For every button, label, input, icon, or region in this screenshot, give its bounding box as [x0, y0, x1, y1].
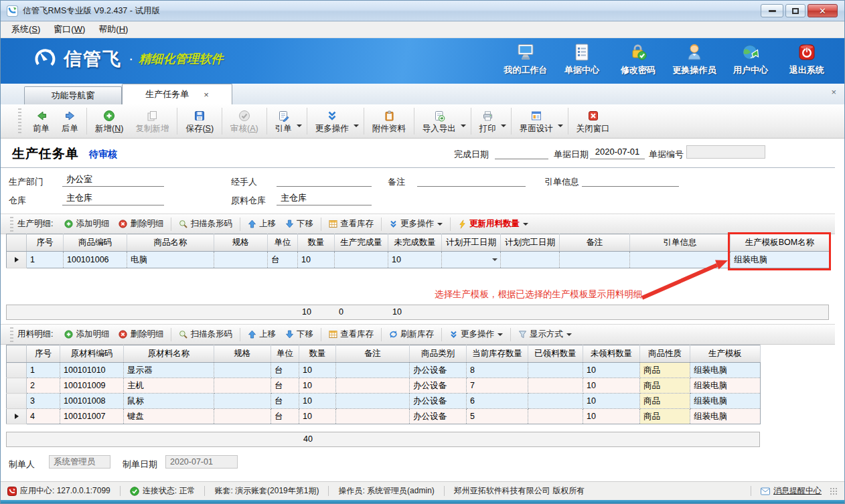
table-cell[interactable]	[528, 394, 583, 409]
remark-field[interactable]	[417, 173, 526, 187]
maximize-button[interactable]	[785, 4, 805, 17]
table-cell[interactable]: 100101009	[60, 378, 124, 394]
material-warehouse-field[interactable]: 主仓库	[277, 192, 372, 205]
table-cell[interactable]	[501, 252, 560, 268]
table-cell[interactable]	[528, 378, 583, 394]
table-cell[interactable]	[335, 252, 388, 268]
table-cell[interactable]: 台	[271, 409, 299, 424]
document-center-button[interactable]: 单据中心	[554, 42, 610, 76]
table-row[interactable]: 2100101009主机台10办公设备710商品组装电脑	[7, 378, 761, 394]
table-cell[interactable]: 7	[467, 378, 528, 394]
pull-doc-button[interactable]: 引单	[269, 106, 298, 137]
column-header[interactable]: 序号	[27, 234, 64, 252]
table-cell[interactable]: 主机	[124, 378, 214, 394]
barcode-scan-button[interactable]: 扫描条形码	[174, 327, 237, 342]
display-mode-button[interactable]: 显示方式	[514, 327, 577, 342]
column-header[interactable]: 计划完工日期	[501, 234, 560, 252]
table-cell[interactable]: 10	[298, 252, 335, 268]
table-cell[interactable]: 组装电脑	[690, 378, 761, 394]
table-cell[interactable]: 商品	[640, 363, 690, 378]
table-cell[interactable]: 办公设备	[410, 409, 467, 424]
table-cell[interactable]: 100101010	[60, 363, 124, 378]
add-row-button[interactable]: 添加明细	[60, 327, 114, 342]
column-header[interactable]: 生产完成量	[335, 234, 388, 252]
prev-doc-button[interactable]: 前单	[27, 106, 56, 137]
table-cell[interactable]: 1	[27, 363, 60, 378]
combo-arrow-icon[interactable]	[492, 258, 497, 261]
table-cell[interactable]: 10	[583, 363, 640, 378]
table-cell[interactable]: 10	[583, 394, 640, 409]
move-up-button[interactable]: 上移	[243, 327, 281, 342]
table-row[interactable]: 3100101008鼠标台10办公设备610商品组装电脑	[7, 394, 761, 409]
finish-date-field[interactable]	[495, 146, 548, 159]
column-header[interactable]: 商品类别	[410, 345, 467, 363]
row-selector[interactable]	[7, 378, 27, 394]
column-header[interactable]: 规格	[214, 234, 268, 252]
message-center-link[interactable]: 消息提醒中心	[761, 485, 822, 497]
change-password-button[interactable]: 修改密码	[610, 42, 666, 76]
tab-production-task[interactable]: 生产任务单 ×	[122, 84, 232, 104]
table-cell[interactable]: 10	[583, 409, 640, 424]
more-actions-button[interactable]: 更多操作	[445, 327, 508, 342]
table-cell[interactable]: 6	[467, 394, 528, 409]
handler-field[interactable]	[277, 173, 372, 187]
next-doc-button[interactable]: 后单	[56, 106, 84, 137]
tab-function-navigator[interactable]: 功能导航窗	[24, 86, 122, 104]
table-cell[interactable]: 键盘	[124, 409, 214, 424]
attachment-button[interactable]: 附件资料	[366, 106, 412, 137]
exit-system-button[interactable]: 退出系统	[779, 42, 835, 76]
table-cell[interactable]	[214, 394, 271, 409]
menu-system[interactable]: 系统(S)	[5, 21, 47, 37]
table-cell[interactable]	[528, 409, 583, 424]
table-cell[interactable]	[560, 252, 630, 268]
table-cell[interactable]: 台	[271, 394, 299, 409]
table-cell[interactable]	[214, 409, 271, 424]
tabstrip-close-icon[interactable]: ×	[831, 87, 836, 97]
table-cell[interactable]: 10	[299, 363, 336, 378]
switch-operator-button[interactable]: 更换操作员	[666, 42, 722, 76]
move-up-button[interactable]: 上移	[243, 216, 281, 232]
table-cell[interactable]: 办公设备	[410, 394, 467, 409]
column-header[interactable]: 单位	[268, 234, 298, 252]
copy-add-button[interactable]: 复制新增	[129, 106, 175, 137]
row-selector[interactable]	[7, 252, 27, 268]
table-cell[interactable]	[214, 252, 268, 268]
dropdown-arrow-icon[interactable]	[497, 333, 503, 336]
more-actions-button[interactable]: 更多操作	[384, 216, 447, 232]
column-header[interactable]: 备注	[336, 345, 410, 363]
table-cell[interactable]: 8	[467, 363, 528, 378]
update-material-qty-button[interactable]: 更新用料数量	[453, 216, 533, 232]
tab-close-icon[interactable]: ×	[204, 90, 209, 99]
column-header[interactable]: 数量	[299, 345, 336, 363]
table-cell[interactable]: 3	[27, 394, 60, 409]
table-cell[interactable]: 10	[583, 378, 640, 394]
ui-design-button[interactable]: 界面设计	[514, 106, 559, 137]
warehouse-field[interactable]: 主仓库	[62, 192, 164, 205]
table-cell[interactable]: 鼠标	[124, 394, 214, 409]
user-center-button[interactable]: 用户中心	[722, 42, 779, 76]
delete-row-button[interactable]: 删除明细	[114, 216, 168, 232]
table-cell[interactable]: 5	[467, 409, 528, 424]
menu-help[interactable]: 帮助(H)	[92, 21, 135, 37]
refresh-stock-button[interactable]: 刷新库存	[384, 327, 439, 342]
table-cell[interactable]: 电脑	[127, 252, 214, 268]
row-selector[interactable]	[7, 409, 27, 424]
delete-row-button[interactable]: 删除明细	[114, 327, 168, 342]
minimize-button[interactable]	[761, 4, 783, 17]
table-cell[interactable]	[214, 363, 271, 378]
row-selector[interactable]	[7, 394, 27, 409]
column-header[interactable]: 数量	[298, 234, 335, 252]
bill-date-field[interactable]: 2020-07-01	[590, 146, 645, 159]
column-header[interactable]: 原材料编码	[60, 345, 124, 363]
resize-grip-icon[interactable]	[830, 487, 838, 495]
close-window-button[interactable]: 关闭窗口	[570, 106, 616, 137]
title-bar[interactable]: 信管飞RMS专业版 V9.2.437 - 试用版 ✕	[1, 1, 844, 21]
table-cell[interactable]: 商品	[640, 409, 690, 424]
table-cell[interactable]: 办公设备	[410, 363, 467, 378]
table-cell[interactable]: 台	[271, 378, 299, 394]
column-header[interactable]: 引单信息	[630, 234, 731, 252]
dropdown-arrow-icon[interactable]	[297, 124, 302, 127]
column-header[interactable]: 单位	[271, 345, 299, 363]
dropdown-arrow-icon[interactable]	[558, 124, 563, 127]
column-header[interactable]: 未完成数量	[388, 234, 442, 252]
